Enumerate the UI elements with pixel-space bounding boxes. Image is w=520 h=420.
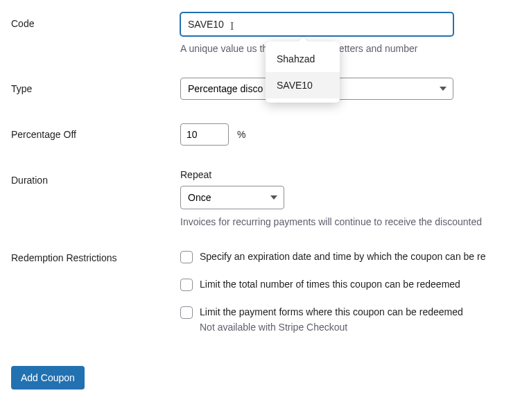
percentage-symbol: % xyxy=(237,129,245,140)
code-autocomplete-dropdown: Shahzad SAVE10 xyxy=(266,42,340,103)
restriction-limit-forms-sub: Not available with Stripe Checkout xyxy=(200,322,463,333)
restriction-expiration-text: Specify an expiration date and time by w… xyxy=(200,251,485,262)
code-input[interactable] xyxy=(180,12,453,36)
duration-sublabel: Repeat xyxy=(180,169,520,180)
text-cursor-icon: I xyxy=(230,21,234,32)
autocomplete-item[interactable]: Shahzad xyxy=(266,46,340,72)
restriction-expiration-checkbox[interactable] xyxy=(180,251,193,263)
autocomplete-item[interactable]: SAVE10 xyxy=(266,72,340,98)
duration-select[interactable]: Once xyxy=(180,186,284,209)
add-coupon-button[interactable]: Add Coupon xyxy=(11,366,85,390)
code-help-text: A unique value us the coupon field. Lett… xyxy=(180,43,520,54)
duration-label: Duration xyxy=(11,169,180,186)
percentage-input[interactable] xyxy=(180,123,229,146)
type-label: Type xyxy=(11,78,180,94)
code-label: Code xyxy=(11,12,180,29)
restriction-limit-total-checkbox[interactable] xyxy=(180,279,193,291)
restriction-limit-forms-checkbox[interactable] xyxy=(180,306,193,319)
restriction-limit-forms-text: Limit the payment forms where this coupo… xyxy=(200,306,463,317)
percentage-label: Percentage Off xyxy=(11,123,180,140)
duration-help-text: Invoices for recurring payments will con… xyxy=(180,216,520,227)
restrictions-label: Redemption Restrictions xyxy=(11,251,180,263)
restriction-limit-total-text: Limit the total number of times this cou… xyxy=(200,279,460,290)
